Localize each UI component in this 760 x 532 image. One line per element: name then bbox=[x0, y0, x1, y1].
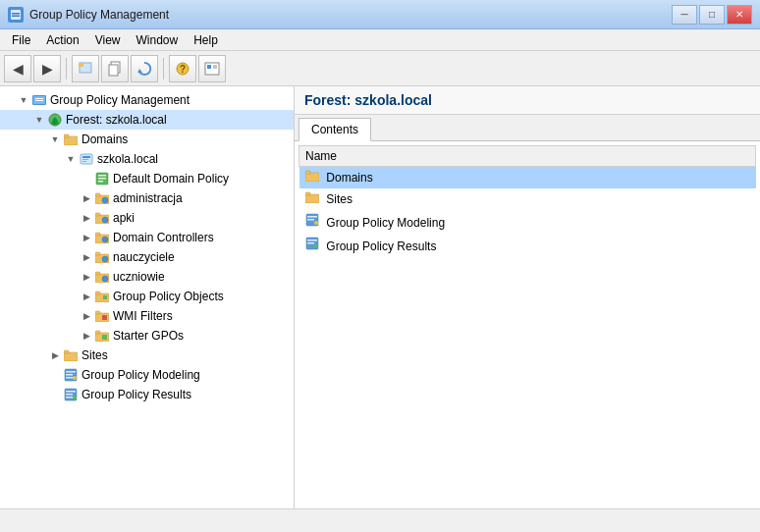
title-bar-text: Group Policy Management bbox=[29, 8, 169, 22]
contents-cell-sites[interactable]: Sites bbox=[299, 188, 756, 210]
ou-icon bbox=[94, 190, 110, 206]
tree-label-uczniowie: uczniowie bbox=[113, 268, 165, 286]
svg-rect-28 bbox=[98, 178, 106, 180]
svg-point-65 bbox=[73, 396, 77, 399]
svg-point-73 bbox=[314, 221, 318, 225]
tree-label-wmi: WMI Filters bbox=[113, 307, 173, 325]
tree-item-uczniowie[interactable]: ▶ uczniowie bbox=[0, 267, 294, 287]
svg-rect-34 bbox=[95, 213, 100, 216]
contents-table: Name Domains bbox=[299, 145, 756, 257]
svg-rect-40 bbox=[95, 252, 100, 255]
expander-nauczyciele[interactable]: ▶ bbox=[79, 249, 94, 265]
expander-dc[interactable]: ▶ bbox=[79, 230, 94, 245]
tree-item-administracja[interactable]: ▶ administracja bbox=[0, 188, 294, 208]
right-panel-header: Forest: szkola.local bbox=[295, 86, 760, 115]
toolbar-refresh[interactable] bbox=[131, 55, 158, 82]
tree-item-wmi-filters[interactable]: ▶ WMI Filters bbox=[0, 306, 294, 326]
toolbar-properties[interactable] bbox=[198, 55, 226, 82]
modeling-icon bbox=[63, 367, 79, 383]
contents-row-gp-results[interactable]: Group Policy Results bbox=[299, 234, 756, 257]
toolbar: ◀ ▶ ? bbox=[0, 51, 760, 86]
expander-apki[interactable]: ▶ bbox=[79, 210, 94, 226]
right-content[interactable]: Name Domains bbox=[295, 141, 760, 508]
tree-label-szkola: szkola.local bbox=[97, 150, 158, 168]
tree-item-domains[interactable]: ▼ Domains bbox=[0, 130, 294, 149]
minimize-button[interactable]: ─ bbox=[672, 5, 697, 25]
tree-item-apki[interactable]: ▶ apki bbox=[0, 208, 294, 228]
svg-rect-66 bbox=[305, 173, 319, 182]
contents-cell-domains[interactable]: Domains bbox=[299, 167, 756, 188]
tab-contents[interactable]: Contents bbox=[299, 118, 371, 141]
tree-label-domains: Domains bbox=[81, 131, 128, 148]
right-panel-title: Forest: szkola.local bbox=[304, 92, 750, 108]
contents-row-domains[interactable]: Domains bbox=[299, 167, 756, 188]
ou-icon-dc bbox=[94, 230, 110, 245]
svg-point-77 bbox=[314, 244, 318, 248]
expander-domains[interactable]: ▼ bbox=[47, 132, 63, 147]
contents-row-gp-modeling[interactable]: Group Policy Modeling bbox=[299, 210, 756, 234]
tree-item-domain-controllers[interactable]: ▶ Domain Controllers bbox=[0, 228, 294, 247]
tree-label-gpo-objects: Group Policy Objects bbox=[113, 288, 224, 305]
expander-uczniowie[interactable]: ▶ bbox=[79, 269, 94, 285]
expander-starter[interactable]: ▶ bbox=[79, 328, 94, 344]
svg-rect-21 bbox=[64, 134, 69, 137]
contents-cell-gp-results[interactable]: Group Policy Results bbox=[299, 234, 756, 257]
svg-rect-6 bbox=[109, 65, 118, 76]
tree-item-gpm-root[interactable]: ▼ Group Policy Management bbox=[0, 90, 294, 110]
contents-row-sites[interactable]: Sites bbox=[299, 188, 756, 210]
tree-label-default-domain-policy: Default Domain Policy bbox=[113, 170, 229, 187]
svg-rect-23 bbox=[82, 156, 90, 158]
expander-administracja[interactable]: ▶ bbox=[79, 190, 94, 206]
menu-view[interactable]: View bbox=[87, 31, 129, 49]
title-bar-controls[interactable]: ─ □ ✕ bbox=[672, 5, 752, 25]
ou-icon-apki bbox=[94, 210, 110, 226]
maximize-button[interactable]: □ bbox=[699, 5, 725, 25]
toolbar-forward[interactable]: ▶ bbox=[33, 55, 61, 82]
tree-item-gp-modeling[interactable]: ▶ Group Policy Modeling bbox=[0, 365, 294, 385]
menu-window[interactable]: Window bbox=[129, 31, 187, 49]
tree-item-gp-results[interactable]: ▶ Group Policy Results bbox=[0, 385, 294, 404]
tree-label-starter-gpos: Starter GPOs bbox=[113, 327, 184, 345]
menu-action[interactable]: Action bbox=[38, 31, 86, 49]
tree-item-szkola-local[interactable]: ▼ szkola.local bbox=[0, 149, 294, 169]
svg-rect-64 bbox=[66, 397, 74, 399]
expander-wmi[interactable]: ▶ bbox=[79, 308, 94, 324]
gp-modeling-row-label: Group Policy Modeling bbox=[326, 216, 445, 230]
svg-rect-37 bbox=[95, 233, 100, 236]
tree-item-nauczyciele[interactable]: ▶ nauczyciele bbox=[0, 247, 294, 267]
contents-cell-gp-modeling[interactable]: Group Policy Modeling bbox=[299, 210, 756, 234]
results-row-icon bbox=[305, 237, 319, 250]
expander-gpm-root[interactable]: ▼ bbox=[16, 92, 31, 108]
expander-szkola[interactable]: ▼ bbox=[63, 151, 79, 167]
gpo-objects-icon bbox=[94, 289, 110, 304]
svg-rect-27 bbox=[98, 175, 106, 177]
toolbar-copy[interactable] bbox=[101, 55, 129, 82]
tree-label-gp-modeling: Group Policy Modeling bbox=[81, 366, 200, 384]
tree-item-starter-gpos[interactable]: ▶ Starter GPOs bbox=[0, 326, 294, 346]
status-bar bbox=[0, 508, 760, 532]
expander-sites[interactable]: ▶ bbox=[47, 347, 63, 363]
menu-help[interactable]: Help bbox=[186, 31, 226, 49]
results-icon bbox=[63, 387, 79, 402]
toolbar-up[interactable] bbox=[72, 55, 99, 82]
expander-forest[interactable]: ▼ bbox=[31, 112, 47, 128]
ou-icon-uczniowie bbox=[94, 269, 110, 285]
tree-panel[interactable]: ▼ Group Policy Management ▼ 🌲 bbox=[0, 86, 295, 508]
ou-icon-nauczyciele bbox=[94, 249, 110, 265]
svg-rect-11 bbox=[207, 65, 211, 69]
tree-item-forest[interactable]: ▼ 🌲 Forest: szkola.local bbox=[0, 110, 294, 130]
svg-rect-69 bbox=[305, 192, 310, 195]
tabs-bar: Contents bbox=[295, 115, 760, 141]
tree-item-gpo-objects[interactable]: ▶ Group Policy Objects bbox=[0, 287, 294, 306]
toolbar-back[interactable]: ◀ bbox=[4, 55, 31, 82]
expander-gpo-objects[interactable]: ▶ bbox=[79, 289, 94, 304]
menu-file[interactable]: File bbox=[4, 31, 38, 49]
svg-text:🌲: 🌲 bbox=[50, 116, 60, 126]
tree-item-default-domain-policy[interactable]: ▶ Default Domain Policy bbox=[0, 169, 294, 188]
tree-item-sites[interactable]: ▶ Sites bbox=[0, 346, 294, 365]
close-button[interactable]: ✕ bbox=[727, 5, 752, 25]
toolbar-help[interactable]: ? bbox=[169, 55, 196, 82]
gpo-icon bbox=[94, 171, 110, 186]
svg-marker-7 bbox=[137, 69, 142, 73]
svg-point-32 bbox=[102, 197, 108, 203]
